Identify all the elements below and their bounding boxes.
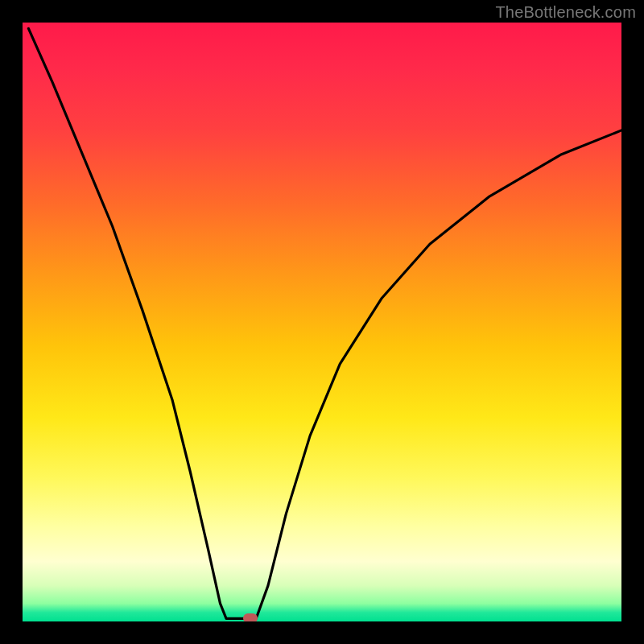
plot-area xyxy=(23,23,621,621)
bottleneck-curve xyxy=(23,23,621,621)
optimal-point-marker xyxy=(243,613,258,621)
chart-frame: TheBottleneck.com xyxy=(0,0,644,644)
watermark-text: TheBottleneck.com xyxy=(495,3,636,22)
